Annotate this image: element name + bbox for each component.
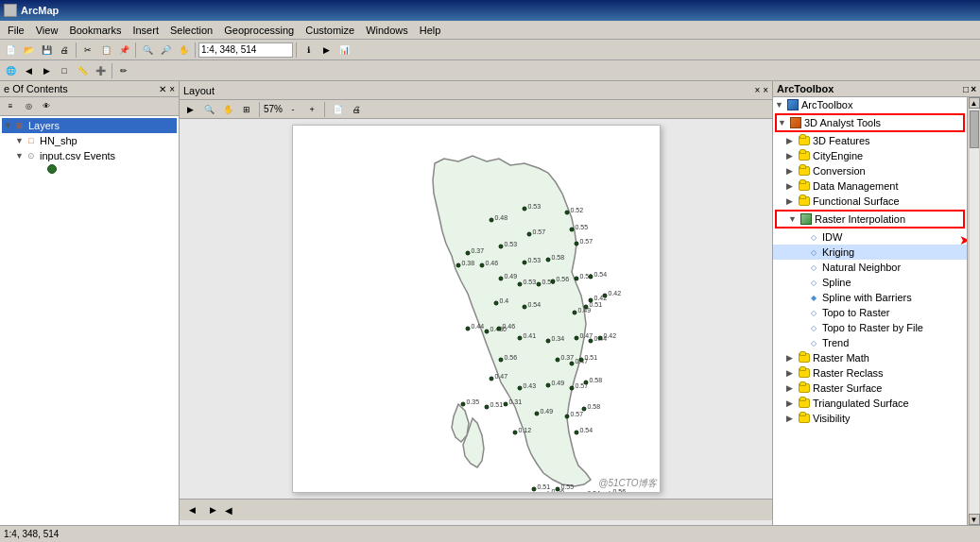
raster-interp-expand[interactable]: ▼ [788,214,799,224]
toolbox-header: ArcToolbox □ × [773,81,980,97]
toolbox-kriging[interactable]: ◇ Kriging [773,245,967,260]
toolbox-functional[interactable]: ▶ Functional Surface [773,194,967,209]
fix-zoom-btn[interactable]: □ [56,62,73,79]
editor-btn[interactable]: ✏ [115,62,132,79]
layout-plus-btn[interactable]: + [303,101,320,118]
open-btn[interactable]: 📂 [20,42,37,59]
paste-btn[interactable]: 📌 [115,42,132,59]
visibility-expand[interactable]: ▶ [786,414,798,423]
layers-icon: ⊞ [13,119,26,132]
print-btn[interactable]: 🖨 [56,42,73,59]
menu-view[interactable]: View [30,24,64,37]
layout-fullext-btn[interactable]: ⊞ [238,101,255,118]
toolbox-idw[interactable]: ◇ IDW [773,229,967,245]
menu-windows[interactable]: Windows [360,24,414,37]
status-coords: 1:4, 348, 514 [4,529,59,539]
fwd-btn[interactable]: ▶ [38,62,55,79]
zoom-out-btn[interactable]: 🔎 [157,42,174,59]
pan-btn[interactable]: ✋ [175,42,192,59]
3d-analyst-expand[interactable]: ▼ [778,118,789,127]
toolbox-natural-neighbor[interactable]: ◇ Natural Neighbor [773,260,967,275]
add-data-btn[interactable]: ➕ [92,62,109,79]
functional-expand[interactable]: ▶ [786,196,798,206]
idw-icon: ◇ [807,230,820,244]
save-btn[interactable]: 💾 [38,42,55,59]
layout-print-btn[interactable]: 🖨 [348,101,365,118]
identify-btn[interactable]: ℹ [300,42,317,59]
layout-minus-btn[interactable]: - [284,101,301,118]
conversion-expand[interactable]: ▶ [786,166,798,176]
menu-file[interactable]: File [2,24,30,37]
cityengine-icon [798,149,811,162]
scale-input[interactable] [198,42,293,58]
raster-math-expand[interactable]: ▶ [786,353,798,363]
measure-btn[interactable]: 📏 [74,62,91,79]
back-btn[interactable]: ◀ [20,62,37,79]
toolbox-topo-raster-file[interactable]: ◇ Topo to Raster by File [773,320,967,335]
app-icon [4,4,17,17]
toolbox-raster-reclass[interactable]: ▶ Raster Reclass [773,365,967,381]
toolbox-close-btn[interactable]: × [971,84,976,94]
scroll-up-btn[interactable]: ▲ [969,97,980,109]
attribute-btn[interactable]: 📊 [335,42,352,59]
toolbox-3d-features[interactable]: ▶ 3D Features [773,133,967,148]
toc-source-btn[interactable]: ◎ [20,98,37,115]
toolbox-spline-barriers[interactable]: ◆ Spline with Barriers [773,290,967,305]
cityengine-expand[interactable]: ▶ [786,151,798,161]
nav-left-btn[interactable]: ◀ [183,501,200,518]
new-btn[interactable]: 📄 [2,42,19,59]
nav-right-btn[interactable]: ▶ [204,501,221,518]
scroll-down-btn[interactable]: ▼ [969,514,980,525]
toc-vis-btn[interactable]: 👁 [38,98,55,115]
toc-layers-item[interactable]: ▼ ⊞ Layers [2,118,177,133]
toc-csv-item[interactable]: ▼ ⊙ input.csv Events [2,148,177,163]
toolbox-data-mgmt[interactable]: ▶ Data Management [773,178,967,194]
layout-zoom-btn[interactable]: 🔍 [200,101,217,118]
toc-expand-layers[interactable]: ▼ [4,121,13,130]
layout-select-btn[interactable]: ▶ [181,101,198,118]
toolbox-conversion[interactable]: ▶ Conversion [773,163,967,178]
toolbox-scrollbar[interactable]: ▲ ▼ [967,97,980,525]
toolbox-spline[interactable]: ◇ Spline [773,275,967,290]
toolbox-root-label: ArcToolbox [801,99,852,110]
data-mgmt-expand[interactable]: ▶ [786,181,798,191]
menu-insert[interactable]: Insert [127,24,164,37]
toolbox-root[interactable]: ▼ ArcToolbox [773,97,967,112]
toc-close-btn[interactable]: ✕ × [159,84,175,94]
menu-selection[interactable]: Selection [164,24,218,37]
raster-surface-label: Raster Surface [813,382,882,394]
raster-reclass-expand[interactable]: ▶ [786,368,798,378]
toolbox-topo-raster[interactable]: ◇ Topo to Raster [773,305,967,320]
toc-hn-shp-item[interactable]: ▼ □ HN_shp [2,133,177,148]
cut-btn[interactable]: ✂ [79,42,96,59]
menu-help[interactable]: Help [414,24,447,37]
toolbox-trend[interactable]: ◇ Trend [773,335,967,350]
select-btn[interactable]: ▶ [318,42,335,59]
root-expand[interactable]: ▼ [775,100,786,110]
toolbox-raster-interp[interactable]: ▼ Raster Interpolation ➤ [775,210,965,229]
toolbox-dock-btn[interactable]: □ [963,84,969,94]
menu-customize[interactable]: Customize [300,24,360,37]
raster-surface-expand[interactable]: ▶ [786,383,798,393]
toolbox-3d-analyst[interactable]: ▼ 3D Analyst Tools [775,113,965,132]
toc-expand-csv[interactable]: ▼ [15,151,25,161]
3d-features-expand[interactable]: ▶ [786,136,798,145]
menu-geoprocessing[interactable]: Geoprocessing [218,24,300,37]
layout-close-btn[interactable]: × × [755,85,768,95]
toolbox-visibility[interactable]: ▶ Visibility [773,411,967,426]
toolbox-raster-math[interactable]: ▶ Raster Math [773,350,967,365]
toolbox-raster-surface[interactable]: ▶ Raster Surface [773,381,967,396]
scroll-thumb[interactable] [970,110,979,148]
zoom-in-btn[interactable]: 🔍 [139,42,156,59]
sep1 [76,42,77,58]
triangulated-expand[interactable]: ▶ [786,398,798,408]
toolbox-triangulated[interactable]: ▶ Triangulated Surface [773,396,967,411]
toc-list-btn[interactable]: ≡ [2,98,19,115]
toc-expand-hn[interactable]: ▼ [15,136,25,145]
full-extent-btn[interactable]: 🌐 [2,62,19,79]
copy-btn[interactable]: 📋 [97,42,114,59]
toolbox-cityengine[interactable]: ▶ CityEngine [773,148,967,163]
layout-pan-btn[interactable]: ✋ [219,101,236,118]
menu-bookmarks[interactable]: Bookmarks [63,24,127,37]
layout-page-btn[interactable]: 📄 [329,101,346,118]
